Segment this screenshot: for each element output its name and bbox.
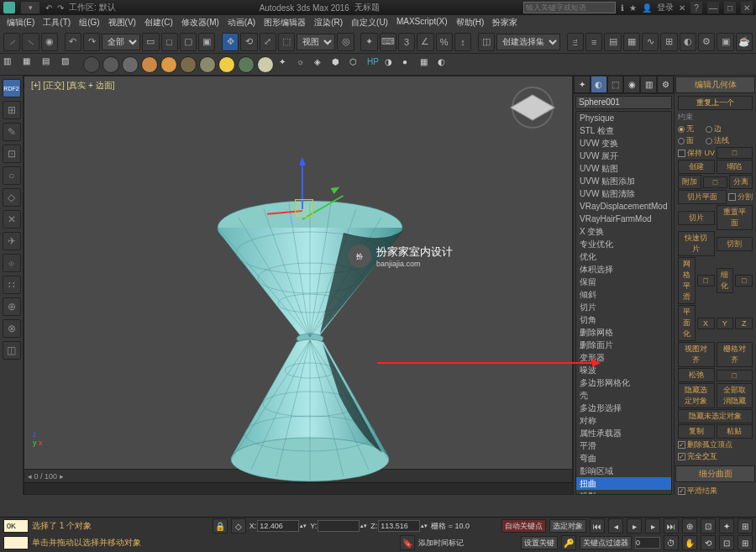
hide-sel-button[interactable]: 隐藏选定对象 [678, 383, 715, 408]
panel3-icon[interactable]: ▤ [42, 56, 59, 73]
toggle-ribbon-icon[interactable]: ▦ [623, 33, 640, 51]
layer-icon[interactable]: ▤ [604, 33, 621, 51]
attach-button[interactable]: 附加 [678, 175, 701, 189]
window-crossing-icon[interactable]: ▣ [198, 33, 215, 51]
create-button[interactable]: 创建 [678, 160, 715, 174]
time-config-icon[interactable]: ⏱ [664, 535, 679, 550]
select-link-icon[interactable]: ⟋ [3, 33, 20, 51]
ltool-2[interactable]: ⊞ [3, 101, 21, 119]
ltool-6[interactable]: ◇ [3, 188, 21, 207]
anim-icon-7[interactable]: ◑ [385, 57, 400, 72]
planarize-button[interactable]: 平面化 [678, 305, 696, 341]
placement-icon[interactable]: ⬚ [278, 33, 295, 51]
modifier-item[interactable]: 删除网格 [576, 326, 671, 339]
y-coord-input[interactable] [318, 520, 360, 532]
hide-unsel-button[interactable]: 隐藏未选定对象 [678, 409, 753, 423]
percent-snap-icon[interactable]: % [436, 33, 453, 51]
anim-icon-6[interactable]: HP [367, 57, 382, 72]
motion-tab[interactable]: ◉ [623, 76, 640, 93]
menu-item[interactable]: 编辑(E) [3, 15, 38, 30]
sel-filter[interactable]: 选定对象 [549, 519, 586, 533]
mat-sphere-10[interactable] [257, 56, 274, 73]
modifier-item[interactable]: UVW 变换 [576, 137, 671, 150]
menu-item[interactable]: 修改器(M) [178, 15, 223, 30]
key-filter-button[interactable]: 关键点过滤器 [580, 536, 632, 549]
display-tab[interactable]: ▥ [640, 76, 657, 93]
render-frame-icon[interactable]: ▣ [717, 33, 733, 51]
ltool-5[interactable]: ○ [3, 166, 21, 185]
modifier-item[interactable]: 投影 [576, 490, 671, 495]
rdf-button[interactable]: RDF2 [3, 79, 21, 97]
menu-item[interactable]: 创建(C) [141, 15, 176, 30]
collapse-button[interactable]: 塌陷 [717, 160, 753, 174]
reset-plane-button[interactable]: 重置平面 [717, 205, 753, 230]
ltool-12[interactable]: ⊗ [3, 319, 21, 338]
constrain-face-radio[interactable] [678, 138, 685, 145]
anim-icon-5[interactable]: ⬡ [349, 57, 365, 72]
frame-input[interactable] [635, 537, 660, 549]
z-coord-input[interactable] [378, 520, 420, 532]
full-interact-check[interactable]: ✓ [678, 453, 685, 460]
script-mini[interactable] [3, 536, 29, 549]
modifier-item[interactable]: 体积选择 [576, 263, 671, 276]
mirror-icon[interactable]: Ⲷ [567, 33, 584, 51]
modifier-item[interactable]: 扭曲 [576, 477, 671, 490]
nav-8-icon[interactable]: ⊞ [738, 535, 753, 550]
angle-snap-icon[interactable]: ∠ [417, 33, 433, 51]
undo-icon[interactable]: ↶ [65, 33, 81, 51]
delete-iso-check[interactable]: ✓ [678, 441, 685, 449]
constrain-edge-radio[interactable] [706, 126, 712, 133]
panel-toggle-icon[interactable]: ▥ [3, 56, 20, 73]
prev-frame-icon[interactable]: ◂ [608, 518, 623, 534]
ltool-7[interactable]: ✕ [3, 210, 21, 229]
edit-geom-header[interactable]: 编辑几何体 [675, 76, 755, 93]
ltool-13[interactable]: ◫ [3, 341, 21, 360]
help-icon[interactable]: ? [690, 2, 702, 13]
unlink-icon[interactable]: ⟍ [22, 33, 39, 51]
modifier-item[interactable]: 优化 [576, 250, 671, 263]
slice-button[interactable]: 切片 [678, 211, 715, 225]
anim-icon-8[interactable]: ● [402, 57, 417, 72]
menu-item[interactable]: 工具(T) [39, 15, 74, 30]
mat-sphere-3[interactable] [122, 56, 139, 73]
slice-plane-button[interactable]: 切片平面 [678, 190, 727, 204]
nav-5-icon[interactable]: ✋ [682, 535, 697, 550]
selection-filter[interactable]: 全部 [102, 34, 140, 50]
rotate-icon[interactable]: ⟲ [240, 33, 257, 51]
modifier-item[interactable]: 多边形网格化 [576, 376, 671, 389]
info-icon[interactable]: ℹ [621, 3, 624, 13]
mat-sphere-2[interactable] [102, 56, 119, 73]
tessellate-button[interactable]: 细化 [717, 268, 734, 293]
bind-icon[interactable]: ◉ [41, 33, 58, 51]
isolate-icon[interactable]: ◇ [231, 518, 246, 534]
cut-button[interactable]: 切割 [717, 237, 753, 251]
snap-icon[interactable]: 3 [398, 33, 415, 51]
constrain-none-radio[interactable] [678, 126, 685, 133]
modifier-item[interactable]: 删除面片 [576, 339, 671, 351]
modifier-item[interactable]: 切片 [576, 301, 671, 313]
modifier-item[interactable]: 倾斜 [576, 288, 671, 301]
schematic-icon[interactable]: ⊞ [660, 33, 677, 51]
app-menu-button[interactable]: ▾ [20, 1, 40, 14]
maximize-button[interactable]: □ [724, 2, 736, 13]
anim-icon-3[interactable]: ◈ [314, 57, 329, 72]
move-icon[interactable]: ✥ [222, 33, 239, 51]
panel4-icon[interactable]: ▧ [61, 56, 78, 73]
anim-icon-10[interactable]: ◐ [438, 57, 453, 72]
modifier-item[interactable]: 多边形选择 [576, 402, 671, 414]
select-name-icon[interactable]: □ [161, 33, 178, 51]
msmooth-button[interactable]: 网格平滑 [678, 257, 696, 304]
menu-item[interactable]: 图形编辑器 [260, 15, 309, 30]
unhide-all-button[interactable]: 全部取消隐藏 [717, 383, 753, 408]
mat-sphere-6[interactable] [180, 56, 197, 73]
mat-sphere-4[interactable] [141, 56, 158, 73]
panel2-icon[interactable]: ▦ [23, 56, 39, 73]
viewport[interactable]: [+] [正交] [真实 + 边面] [24, 76, 573, 495]
named-sel-combo[interactable]: 创建选择集 [496, 34, 560, 50]
modifier-item[interactable]: STL 检查 [576, 124, 671, 137]
scale-icon[interactable]: ⤢ [260, 33, 276, 51]
nav-7-icon[interactable]: ⊡ [719, 535, 734, 550]
modifier-item[interactable]: Physique [576, 112, 671, 124]
modifier-item[interactable]: 壳 [576, 389, 671, 402]
app-logo-icon[interactable] [3, 2, 15, 13]
